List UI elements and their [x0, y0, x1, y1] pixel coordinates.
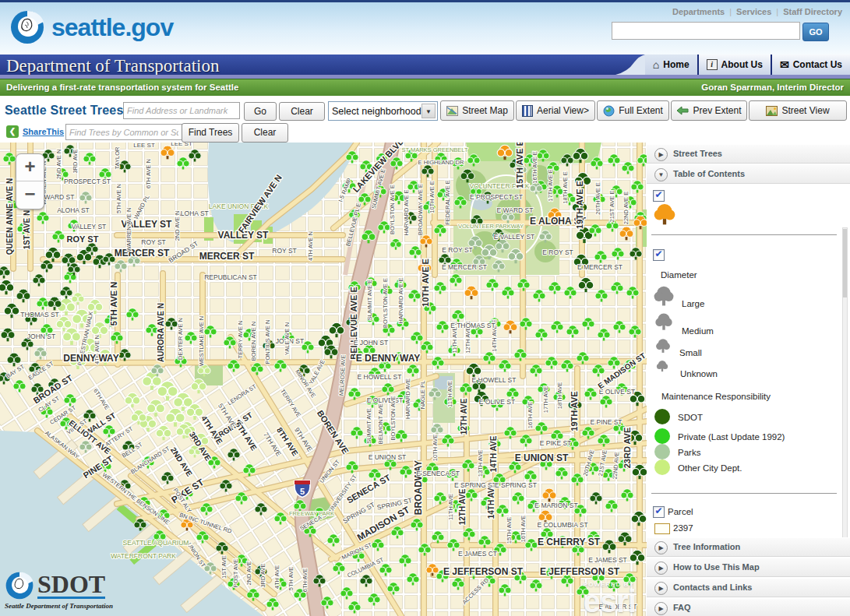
street-label: SUMMIT AVE E	[366, 280, 373, 321]
street-trees-map[interactable]: 5LEE STLEE STQUEEN ANNE AVE N1ST AVE NWA…	[0, 143, 647, 616]
prev-extent-arrow-icon	[676, 106, 689, 115]
trees-layer-checkbox[interactable]: ✔	[653, 190, 665, 202]
street-label: E PINE ST	[590, 418, 622, 426]
address-clear-button[interactable]: Clear	[279, 102, 325, 121]
find-trees-button[interactable]: Find Trees	[182, 123, 239, 143]
diameter-heading: Diameter	[661, 270, 697, 280]
home-icon: ⌂	[653, 59, 659, 70]
street-view-button[interactable]: Street View	[749, 100, 847, 121]
species-search-input[interactable]	[65, 124, 182, 140]
diameter-layer-checkbox[interactable]: ✔	[653, 249, 665, 261]
sharethis-link[interactable]: ShareThis	[23, 127, 64, 136]
street-label: E ROY ST	[542, 248, 573, 256]
maintenance-color-parks	[654, 444, 670, 459]
motto-text: Delivering a first-rate transportation s…	[6, 83, 238, 92]
full-extent-label: Full Extent	[619, 105, 663, 116]
aerial-view-button[interactable]: Aerial View>	[516, 100, 595, 121]
street-map-button[interactable]: Street Map	[440, 100, 514, 121]
top-link-staff-directory[interactable]: Staff Directory	[783, 7, 842, 16]
map-canvas[interactable]: 5LEE STLEE STQUEEN ANNE AVE N1ST AVE NWA…	[0, 143, 647, 616]
street-label: 16TH AVE	[520, 516, 527, 542]
nav-tab-home[interactable]: ⌂ Home	[645, 55, 697, 75]
nav-tab-contact-us[interactable]: ✉ Contact Us	[771, 55, 850, 75]
parcel-swatch	[654, 523, 670, 534]
panel-contacts-links[interactable]: ▶ Contacts and Links	[647, 578, 850, 597]
chevron-right-circle-icon: ▶	[654, 561, 668, 575]
street-label: E HOWELL ST	[472, 376, 517, 384]
sidebar-scrollbar-thumb[interactable]	[843, 229, 847, 297]
street-label: HARVARD AVE	[404, 378, 411, 419]
panel-table-of-contents[interactable]: ▼ Table of Contents	[647, 164, 850, 184]
street-label: VOLUNTEER PARKWAY	[458, 223, 524, 230]
nav-tab-label: Home	[663, 59, 689, 70]
zoom-in-button[interactable]: +	[16, 154, 44, 181]
street-label: 19TH AVE	[570, 391, 579, 431]
panel-street-trees[interactable]: ▶ Street Trees	[647, 144, 850, 164]
street-label: 17TH AVE	[542, 386, 549, 413]
diameter-item-label: Large	[682, 299, 704, 308]
street-label: WARD ST	[44, 193, 75, 201]
sdot-tagline: Seattle Department of Transportation	[5, 602, 145, 610]
site-search-go-button[interactable]: GO	[802, 23, 829, 41]
street-label: E JOHN ST	[354, 339, 388, 347]
panel-tree-information[interactable]: ▶ Tree Information	[647, 537, 850, 557]
street-label: E SPRING ST	[495, 481, 537, 489]
sidebar-scrollbar[interactable]	[842, 227, 848, 537]
street-label: E CHERRY ST	[538, 537, 601, 547]
species-clear-button[interactable]: Clear	[242, 123, 288, 143]
site-search-input[interactable]	[612, 22, 800, 40]
seattle-gov-logo[interactable]: seattle.gov	[9, 9, 173, 45]
street-label: MERCER ST	[115, 248, 170, 259]
prev-extent-button[interactable]: Prev Extent	[671, 100, 747, 121]
diameter-medium-icon	[654, 312, 673, 332]
street-label: E HIGHLAND DR	[418, 159, 464, 166]
street-label: E OLIVE ST	[479, 398, 515, 406]
street-label: BOYLSTON AVE E	[389, 185, 396, 234]
street-label: BOREN AVE N	[250, 322, 257, 361]
street-label: QUEEN ANNE AVE N	[5, 178, 14, 255]
street-label: PROSPECT ST	[64, 178, 111, 185]
street-label: 10TH AVE E	[429, 181, 436, 213]
maintenance-color-private	[654, 428, 670, 444]
top-link-departments[interactable]: Departments	[672, 7, 725, 16]
street-label: E PIKE ST	[540, 439, 572, 447]
diameter-small-icon	[655, 337, 671, 354]
street-label: POST AVE	[232, 559, 239, 587]
sharethis-icon[interactable]: ❮	[6, 125, 19, 138]
diameter-large-icon	[653, 284, 675, 308]
street-label: DENNY WAY	[63, 353, 118, 364]
top-link-services[interactable]: Services	[736, 7, 771, 16]
brand-text: seattle.gov	[51, 13, 173, 42]
street-label: BOYLSTON AVE E	[382, 278, 389, 328]
nav-tab-label: About Us	[721, 59, 763, 70]
street-label: 19TH AVE E	[575, 181, 584, 229]
sdot-logo: SDOT Seattle Department of Transportatio…	[5, 571, 145, 610]
full-extent-button[interactable]: Full Extent	[597, 100, 669, 121]
street-label: 10TH AVE	[432, 435, 439, 461]
street-label: 12TH AVE	[460, 398, 468, 435]
panel-label: Contacts and Links	[673, 583, 752, 592]
street-label: 15TH AVE E	[515, 143, 524, 188]
site-nav-tabs: ⌂ Home i About Us ✉ Contact Us	[615, 55, 850, 75]
street-label: FREEWAY PARK	[289, 510, 334, 517]
street-label: 10TH AVE E	[421, 259, 430, 307]
aerial-view-icon	[522, 105, 533, 117]
address-go-button[interactable]: Go	[244, 102, 277, 121]
street-label: E JAMES ST	[588, 556, 627, 564]
street-label: E DENNY WAY	[356, 353, 421, 364]
neighborhood-select[interactable]: Select neighborhood ▼	[328, 101, 438, 121]
panel-faq[interactable]: ▶ FAQ	[647, 598, 850, 616]
svg-text:5: 5	[300, 487, 305, 496]
maintenance-heading: Maintenance Responsibility	[661, 392, 771, 401]
street-map-label: Street Map	[462, 105, 508, 116]
panel-how-to-use[interactable]: ▶ How to Use This Map	[647, 558, 850, 577]
street-label: 3RD AVE	[72, 149, 79, 173]
parcel-layer-checkbox[interactable]: ✔	[653, 506, 665, 518]
address-search-input[interactable]	[123, 102, 240, 119]
nav-tab-about-us[interactable]: i About Us	[697, 55, 771, 75]
zoom-out-button[interactable]: −	[16, 181, 44, 208]
street-label: MERCER ST	[199, 251, 255, 262]
street-label: 20TH AVE E	[594, 182, 601, 215]
street-label: BELMONT AVE	[377, 403, 384, 444]
street-label: SEATTLE AQUARIUM	[123, 539, 189, 547]
